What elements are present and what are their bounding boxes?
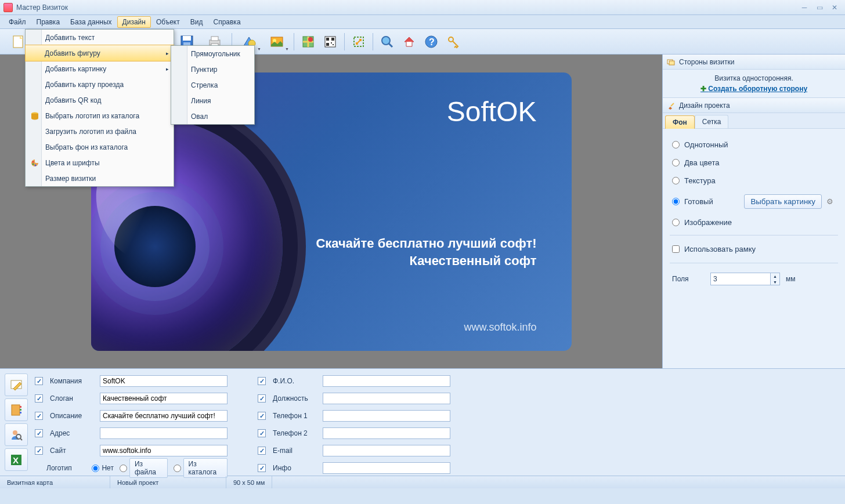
chk-slogan[interactable]: ✓ (35, 394, 43, 403)
chk-fio[interactable]: ✓ (258, 377, 266, 385)
tab-background[interactable]: Фон (665, 115, 695, 129)
edit-card-button[interactable] (5, 374, 28, 396)
margins-spinner[interactable]: 3 ▲▼ (710, 273, 780, 285)
app-title: Мастер Визиток (16, 3, 796, 12)
input-site[interactable] (100, 445, 228, 456)
menu-file[interactable]: Файл (3, 16, 31, 28)
menu-add-text[interactable]: Добавить текст (26, 30, 174, 45)
radio-logo-none[interactable]: Нет (92, 464, 113, 472)
resize-button[interactable] (348, 31, 369, 52)
app-icon (3, 3, 13, 12)
svg-point-31 (35, 164, 37, 166)
input-email[interactable] (323, 445, 450, 456)
input-position[interactable] (323, 393, 450, 404)
chk-company[interactable]: ✓ (35, 377, 43, 385)
lbl-phone1: Телефон 1 (273, 412, 319, 420)
menu-add-shape[interactable]: Добавить фигуру▸ (25, 45, 174, 61)
image-button[interactable]: ▼ (263, 31, 290, 52)
lbl-desc: Описание (50, 412, 96, 420)
maximize-button[interactable]: ▭ (813, 3, 826, 12)
chk-phone2[interactable]: ✓ (258, 429, 266, 437)
tab-grid[interactable]: Сетка (695, 115, 729, 128)
status-size: 90 x 50 мм (226, 476, 272, 488)
menu-database[interactable]: База данных (65, 16, 117, 28)
submenu-rectangle[interactable]: Прямоугольник (171, 46, 254, 61)
lbl-phone2: Телефон 2 (273, 429, 319, 437)
menu-pick-logo-catalog[interactable]: Выбрать логотип из каталога (26, 108, 174, 124)
gear-icon[interactable]: ⚙ (826, 197, 836, 206)
person-search-button[interactable] (5, 423, 28, 446)
radio-ready[interactable] (672, 198, 680, 205)
radio-two-colors[interactable]: Два цвета (670, 154, 838, 172)
menu-add-qr[interactable]: Добавить QR код (26, 92, 174, 108)
preview-button[interactable] (377, 31, 398, 52)
menu-edit[interactable]: Правка (31, 16, 66, 28)
close-button[interactable]: ✕ (828, 3, 842, 12)
lbl-site: Сайт (50, 447, 96, 455)
brush-icon (666, 101, 676, 110)
menu-pick-bg-catalog[interactable]: Выбрать фон из каталога (26, 139, 174, 155)
sides-info: Визитка односторонняя. Создать оборотную… (663, 70, 845, 98)
bottom-form: X ✓ Компания ✓ Ф.И.О. ✓ Слоган ✓ Должнос… (0, 368, 845, 476)
chk-desc[interactable]: ✓ (35, 412, 43, 420)
radio-logo-catalog[interactable]: Из каталога (174, 458, 228, 478)
radio-texture[interactable]: Текстура (670, 172, 838, 190)
menu-colors-fonts[interactable]: Цвета и шрифты (26, 155, 174, 171)
chk-address[interactable]: ✓ (35, 429, 43, 437)
input-company[interactable] (100, 375, 228, 387)
radio-image[interactable]: Изображение (670, 213, 838, 231)
database-icon (29, 110, 41, 122)
input-slogan[interactable] (100, 393, 228, 404)
input-fio[interactable] (323, 375, 450, 387)
radio-logo-file[interactable]: Из файла (120, 458, 168, 478)
design-header: Дизайн проекта (663, 98, 845, 113)
input-phone2[interactable] (323, 427, 450, 439)
palette-icon (29, 157, 41, 169)
home-button[interactable] (399, 31, 420, 52)
card-description: Скачайте бесплатно лучший софт! (316, 236, 536, 251)
help-button[interactable]: ? (421, 31, 442, 52)
svg-point-16 (308, 37, 313, 42)
logo-row: Логотип Нет Из файла Из каталога (35, 458, 228, 478)
spin-down[interactable]: ▼ (771, 279, 779, 285)
menu-object[interactable]: Объект (151, 16, 185, 28)
submenu-oval[interactable]: Овал (171, 108, 254, 124)
menu-card-size[interactable]: Размер визитки (26, 171, 174, 186)
select-image-button[interactable]: Выбрать картинку (744, 194, 822, 209)
chk-position[interactable]: ✓ (258, 394, 266, 403)
menu-load-logo-file[interactable]: Загрузить логотип из файла (26, 124, 174, 139)
right-panel: Стороны визитки Визитка односторонняя. С… (662, 55, 845, 368)
menu-bar: Файл Правка База данных Дизайн Объект Ви… (0, 15, 845, 29)
canvas-area[interactable]: SoftOK Скачайте бесплатно лучший софт! К… (0, 55, 662, 368)
minimize-button[interactable]: ─ (797, 3, 811, 12)
contacts-button[interactable] (5, 398, 28, 421)
chk-email[interactable]: ✓ (258, 447, 266, 455)
menu-design[interactable]: Дизайн (117, 16, 151, 28)
input-address[interactable] (100, 427, 228, 439)
spin-up[interactable]: ▲ (771, 273, 779, 279)
menu-help[interactable]: Справка (208, 16, 245, 28)
radio-solid[interactable]: Однотонный (670, 136, 838, 154)
menu-view[interactable]: Вид (185, 16, 208, 28)
qr-button[interactable] (320, 31, 341, 52)
menu-add-image[interactable]: Добавить картинку▸ (26, 61, 174, 77)
chk-info[interactable]: ✓ (258, 464, 266, 472)
chk-site[interactable]: ✓ (35, 447, 43, 455)
menu-add-map[interactable]: Добавить карту проезда (26, 77, 174, 92)
submenu-line[interactable]: Линия (171, 93, 254, 108)
lbl-address: Адрес (50, 429, 96, 437)
map-button[interactable] (298, 31, 319, 52)
keys-button[interactable] (443, 31, 464, 52)
submenu-dashed[interactable]: Пунктир (171, 61, 254, 77)
excel-button[interactable]: X (5, 448, 28, 471)
input-desc[interactable] (100, 410, 228, 422)
input-info[interactable] (323, 462, 450, 474)
svg-rect-35 (12, 405, 20, 415)
input-phone1[interactable] (323, 410, 450, 422)
use-frame-checkbox[interactable]: Использовать рамку (670, 239, 838, 259)
create-back-link[interactable]: Создать оборотную сторону (700, 85, 807, 93)
svg-rect-18 (326, 38, 329, 41)
svg-rect-10 (211, 37, 218, 41)
submenu-arrow[interactable]: Стрелка (171, 77, 254, 93)
chk-phone1[interactable]: ✓ (258, 412, 266, 420)
